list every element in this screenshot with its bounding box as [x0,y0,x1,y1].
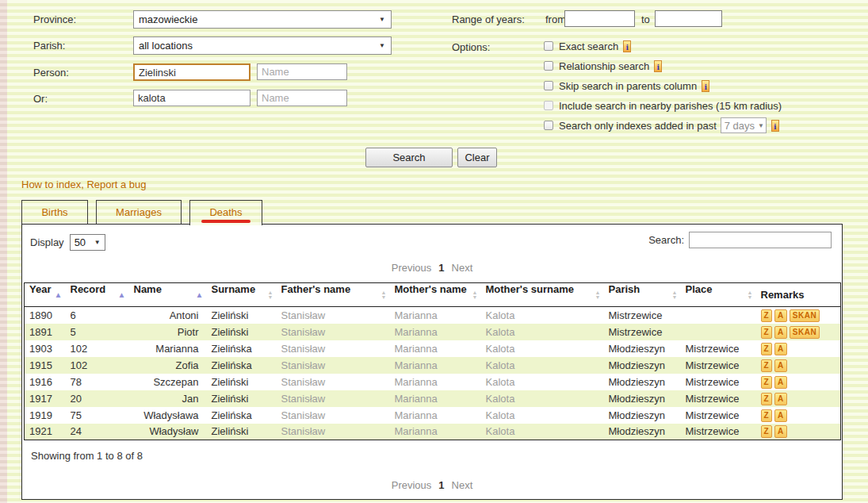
page-number[interactable]: 1 [438,479,444,491]
or-surname-input[interactable] [133,90,250,106]
column-header-father-s-name[interactable]: ▲▼Father's name [277,283,390,307]
column-header-name[interactable]: ▲Name [129,283,207,307]
search-button[interactable]: Search [365,148,453,167]
display-length-select[interactable]: 50 ▼ [70,234,105,251]
checkbox[interactable] [544,121,553,130]
cell-remarks: ZA [756,424,841,440]
clear-button[interactable]: Clear [457,148,497,167]
next-page-link[interactable]: Next [452,262,473,274]
a-badge[interactable]: A [774,425,787,438]
parish-select[interactable]: all locations ▼ [133,36,392,55]
cell-year: 1890 [25,307,66,324]
column-header-place[interactable]: ▲▼Place [681,283,756,307]
column-header-year[interactable]: ▲Year [25,283,66,307]
z-badge[interactable]: Z [761,309,773,322]
person-name-input[interactable] [257,63,347,80]
tab-births[interactable]: Births [21,200,88,225]
previous-page-link[interactable]: Previous [392,479,432,491]
z-badge[interactable]: Z [761,326,773,339]
person-surname-input[interactable] [133,63,250,81]
cell-remarks: ZASKAN [756,324,841,340]
z-badge[interactable]: Z [761,343,773,355]
z-badge[interactable]: Z [761,376,773,389]
display-label: Display [30,236,64,248]
z-badge[interactable]: Z [761,425,773,438]
tab-marriages[interactable]: Marriages [96,200,182,225]
checkbox[interactable] [544,101,553,110]
cell-mother: Marianna [390,324,481,340]
cell-surname: Zieliński [207,324,277,340]
z-badge[interactable]: Z [761,359,773,372]
cell-parish: Mistrzewice [604,307,681,324]
cell-surname: Zielińska [207,357,277,374]
cell-mother_surname: Kalota [481,340,604,357]
column-header-mother-s-name[interactable]: ▲▼Mother's name [390,283,481,307]
info-icon[interactable]: i [702,80,709,92]
cell-name: Antoni [129,307,207,324]
a-badge[interactable]: A [774,359,787,372]
period-select-value: 7 days [725,120,755,132]
z-badge[interactable]: Z [761,393,773,405]
cell-record: 5 [66,324,129,340]
column-header-surname[interactable]: ▲▼Surname [207,283,277,307]
cell-place [681,324,756,340]
a-badge[interactable]: A [774,309,787,322]
province-select[interactable]: mazowieckie ▼ [133,10,392,29]
column-header-remarks[interactable]: Remarks [756,283,841,307]
checkbox[interactable] [544,41,553,51]
cell-remarks: ZA [756,340,841,357]
period-select[interactable]: 7 days▼ [721,117,767,133]
checkbox[interactable] [544,81,553,90]
column-label: Year [29,283,51,295]
report-a-bug-link[interactable]: Report a bug [86,179,146,190]
table-filter-control: Search: [648,232,832,248]
pagination-bottom: Previous1Next [22,479,842,491]
a-badge[interactable]: A [774,393,787,405]
column-header-parish[interactable]: ▲▼Parish [604,283,681,307]
cell-year: 1919 [25,407,66,424]
info-icon[interactable]: i [654,60,662,72]
previous-page-link[interactable]: Previous [392,262,432,274]
province-select-value: mazowieckie [139,13,197,25]
column-header-record[interactable]: ▲Record [66,283,129,307]
checkbox[interactable] [544,61,553,71]
cell-parish: Młodzieszyn [604,390,681,407]
tab-label: Marriages [116,206,162,218]
z-badge[interactable]: Z [761,409,773,422]
option-row: Relationship searchi [544,59,782,73]
cell-remarks: ZA [756,374,841,390]
cell-name: Zofia [129,357,207,374]
how-to-index-link[interactable]: How to index [21,179,81,190]
a-badge[interactable]: A [774,376,787,389]
skan-badge[interactable]: SKAN [790,326,820,339]
info-icon[interactable]: i [771,120,779,132]
cell-record: 102 [66,340,129,357]
dropdown-arrow-icon: ▼ [758,122,764,129]
year-from-input[interactable] [564,10,635,27]
dropdown-arrow-icon: ▼ [379,42,385,49]
next-page-link[interactable]: Next [452,479,473,491]
cell-mother: Marianna [390,424,481,440]
column-label: Name [134,283,162,295]
year-to-input[interactable] [655,10,722,27]
page-number[interactable]: 1 [438,262,444,274]
sort-ascending-icon: ▲ [118,283,126,306]
skan-badge[interactable]: SKAN [790,309,820,322]
cell-father: Stanisław [277,324,390,340]
cell-father: Stanisław [277,424,390,440]
a-badge[interactable]: A [774,343,787,355]
cell-year: 1891 [25,324,66,340]
column-header-mother-s-surname[interactable]: ▲▼Mother's surname [481,283,604,307]
a-badge[interactable]: A [774,326,787,339]
or-name-input[interactable] [257,90,347,106]
parish-label: Parish: [33,40,65,52]
sort-ascending-icon: ▲ [196,283,204,306]
page-edge-decoration [0,0,7,503]
info-icon[interactable]: i [623,40,631,52]
a-badge[interactable]: A [774,409,787,422]
cell-record: 75 [66,407,129,424]
table-search-input[interactable] [689,232,832,248]
results-panel: Display 50 ▼ Search: Previous1Next ▲Year… [21,224,843,500]
tab-deaths[interactable]: Deaths [189,200,262,225]
cell-mother: Marianna [390,390,481,407]
